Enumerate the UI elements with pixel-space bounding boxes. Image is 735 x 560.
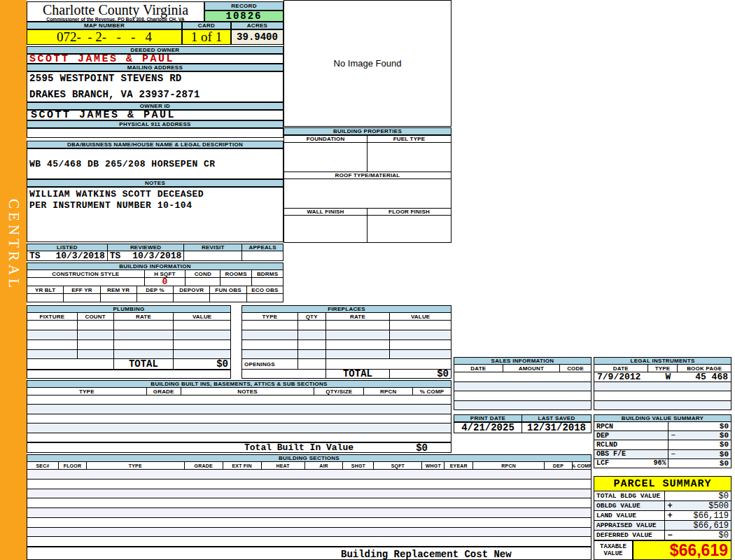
table-row [27,424,451,433]
bvs-label: LCF [596,459,609,467]
mailing-address-header: MAILING ADDRESS [27,64,284,71]
map-number-header: MAP NUMBER [27,22,182,29]
column-header: AIR [305,462,344,470]
replacement-cost-label: Building Replacement Cost New [341,549,512,560]
no-image-text: No Image Found [334,58,402,69]
column-header: SQFT [374,462,422,470]
column-header: REM YR [101,286,137,294]
built-ins-columns: TYPE GRADE NOTES QTY/SIZE RPCN % COMP [27,388,451,396]
record-value: 10826 [204,10,284,22]
table-row [27,405,451,414]
notes-line2: PER INSTRUMENT NUMBER 10-104 [29,200,281,211]
table-row [27,479,591,489]
parcel-value: $0 [719,491,729,501]
print-date-value: 4/21/2025 [454,422,522,433]
bvs-value: $0 [720,431,729,440]
fireplaces-header: FIREPLACES [241,305,451,313]
column-header: RATE [326,313,391,321]
summary-row: DEFERRED VALUE − $0 [594,531,732,540]
fuel-type-value [367,142,451,172]
building-information-header: BUILDING INFORMATION [27,262,284,270]
table-row [27,350,231,359]
column-header: RPCN [364,388,413,396]
table-row [27,489,591,499]
table-row [241,340,451,350]
roof-type-value [284,178,451,209]
building-sections-columns: SEC# FLOOR TYPE GRADE EXT FIN HEAT AIR S… [27,462,592,470]
property-record-card: CENTRAL Charlotte County Virginia Commis… [0,0,735,560]
plumbing-total-value: $0 [174,359,231,370]
parcel-summary-header: PARCEL SUMMARY [594,476,732,491]
built-ins-total-row: Total Built In Value $0 [27,442,451,453]
acres-header: ACRES [231,22,284,29]
sales-rows [454,372,592,410]
table-row [454,391,591,401]
plumbing-total-row: TOTAL $0 [27,359,231,370]
fireplaces-total-value: $0 [390,370,451,379]
notes-box: WILLIAM WATKINS SCOTT DECEASED PER INSTR… [27,187,284,242]
table-row [454,382,591,392]
fireplaces-columns: TYPE QTY RATE VALUE [241,313,451,321]
column-header: SHGT [343,462,374,470]
last-saved-value: 12/31/2018 [522,422,592,433]
record-header: RECORD [204,1,284,10]
legal-rows-empty [594,382,732,410]
dba-header: DBA/BUISNESS NAME/HOUSE NAME & LEGAL DES… [27,141,284,148]
column-header: % COMP [413,388,451,396]
building-properties-header: BUILDING PROPERTIES [284,127,451,135]
table-row [27,414,451,424]
parcel-op: + [667,511,672,521]
column-header: COUNT [78,313,114,321]
column-header: TYPE [242,313,298,321]
built-ins-total-value: $0 [416,443,428,453]
built-ins-header: BUILDING BUILT INS, BASEMENTS, ATTICS & … [27,380,451,388]
reviewed-by: TS [110,251,121,261]
parcel-label: TOTAL BLDG VALUE [594,491,665,501]
column-header: QTY [298,313,326,321]
parcel-value: $66,619 [694,521,729,531]
parcel-label: LAND VALUE [594,511,665,521]
parcel-summary-rows: TOTAL BLDG VALUE $0 OBLDG VALUE + $500 L… [594,491,732,540]
column-header: H SQFT [145,270,186,278]
h-sqft-value: 0 [145,278,186,286]
notes-line1: WILLIAM WATKINS SCOTT DECEASED [29,189,281,200]
appeals-value [242,251,284,261]
table-row: 7/9/2012 W 45 468 [594,372,731,382]
parcel-value: $66,119 [694,511,729,521]
building-info-values2 [27,294,284,302]
building-sections-footer: Building Replacement Cost New [27,547,592,560]
column-header: BDRMS [252,270,284,278]
taxable-value-box: $66,619 [633,540,732,560]
mailing-line1: 2595 WESTPOINT STEVENS RD [29,73,281,84]
bvs-value: $0 [720,422,729,430]
column-header: VALUE [174,313,231,321]
bvs-value: $0 [720,440,729,449]
parcel-label: APPRAISED VALUE [594,521,665,531]
listed-date: 10/3/2018 [55,251,104,261]
column-header: DEP [545,462,573,470]
legal-row-1: 7/9/2012 W 45 468 [594,372,732,382]
revisit-header: REVISIT [184,244,242,251]
fireplaces-rows [241,321,451,359]
column-header: GRADE [185,462,223,470]
bvs-value: $0 [720,459,729,468]
built-ins-total-label: Total Built In Value [244,443,354,453]
column-header: FUN OBS [210,286,246,294]
column-header: GRADE [147,388,181,396]
table-row [27,537,591,547]
summary-row: TOTAL BLDG VALUE $0 [594,491,732,501]
physical-address-header: PHYSICAL 911 ADDRESS [27,120,284,128]
plumbing-empty-strip [27,370,231,379]
built-ins-rows [27,396,451,442]
card-value: 1 of 1 [182,29,231,45]
column-header: RATE [114,313,174,321]
acres-value: 39.9400 [231,29,284,45]
parcel-label: DEFERRED VALUE [594,531,665,540]
legal-type: W [665,372,671,382]
listed-by: TS [29,251,41,261]
table-row [594,391,731,400]
county-title-box: Charlotte County Virginia Commissioner o… [27,1,204,22]
district-sidebar: CENTRAL [0,0,27,560]
building-info-headers1: CONSTRUCTION STYLE H SQFT COND ROOMS BDR… [27,270,284,278]
deeded-owner-value: SCOTT JAMES & PAUL [27,54,284,64]
